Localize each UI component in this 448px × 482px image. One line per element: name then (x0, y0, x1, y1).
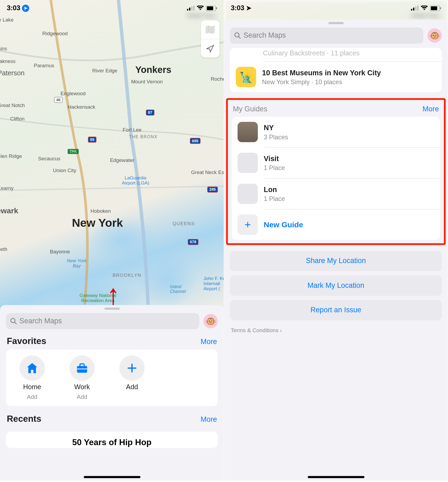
status-time: 3:03 (7, 4, 20, 12)
sheet-grabber[interactable] (104, 308, 120, 310)
terms-link[interactable]: Terms & Conditions › (224, 324, 448, 336)
cellular-icon (187, 5, 194, 10)
favorite-add[interactable]: Add (110, 355, 154, 400)
battery-icon (206, 5, 217, 11)
profile-avatar[interactable]: 🐵 (428, 28, 442, 42)
svg-rect-9 (77, 366, 87, 373)
svg-rect-0 (187, 9, 188, 10)
home-indicator[interactable] (308, 476, 364, 478)
guide-thumbnail-icon: 🗽 (236, 67, 256, 87)
search-icon (234, 32, 241, 39)
svg-point-20 (235, 33, 239, 37)
share-my-location-button[interactable]: Share My Location (230, 251, 442, 271)
favorites-more-link[interactable]: More (201, 338, 217, 346)
guide-thumbnail (237, 153, 258, 173)
favorite-home[interactable]: Home Add (10, 355, 54, 400)
plus-icon: + (237, 215, 258, 235)
my-guide-ny[interactable]: NY 3 Places (232, 117, 440, 147)
svg-rect-14 (413, 8, 414, 10)
svg-rect-5 (207, 6, 213, 10)
map-mode-button[interactable] (201, 20, 219, 39)
guide-thumbnail (237, 122, 258, 142)
my-guides-title: My Guides (233, 105, 267, 113)
search-input[interactable]: Search Maps (6, 313, 199, 329)
status-bar: 3:03 ➤ (0, 0, 224, 14)
plus-icon (119, 355, 145, 381)
my-guides-highlight: My Guides More NY 3 Places Visit 1 Plac (226, 98, 446, 245)
favorites-card: Home Add Work Add Add (6, 349, 218, 406)
svg-point-7 (11, 318, 15, 323)
recents-card[interactable]: 50 Years of Hip Hop (6, 431, 218, 448)
recents-title: Recents (7, 414, 41, 424)
my-guide-lon[interactable]: Lon 1 Place (232, 179, 440, 209)
chevron-right-icon: › (280, 327, 282, 334)
status-time: 3:03 (231, 4, 244, 12)
previous-guide-partial: Culinary Backstreets · 11 places (230, 48, 442, 61)
my-guides-list: NY 3 Places Visit 1 Place Lon (232, 117, 440, 240)
search-icon (10, 318, 17, 324)
bottom-sheet[interactable]: Search Maps 🐵 Favorites More Home Add Wo… (0, 305, 224, 481)
cellular-icon (411, 5, 418, 10)
home-icon (19, 355, 45, 381)
home-indicator[interactable] (84, 476, 140, 478)
svg-rect-2 (191, 6, 193, 11)
svg-rect-13 (411, 9, 412, 10)
search-placeholder: Search Maps (19, 317, 62, 325)
new-guide-button[interactable]: + New Guide (232, 210, 440, 240)
search-input[interactable]: Search Maps (230, 27, 423, 44)
location-services-icon: ➤ (246, 4, 251, 12)
favorite-work[interactable]: Work Add (60, 355, 104, 400)
wifi-icon (197, 5, 204, 10)
svg-rect-15 (415, 6, 417, 11)
svg-line-21 (239, 37, 240, 38)
recents-more-link[interactable]: More (201, 416, 217, 424)
svg-line-8 (15, 322, 16, 324)
guide-thumbnail (237, 184, 258, 204)
favorites-title: Favorites (7, 336, 46, 346)
svg-rect-19 (440, 7, 441, 9)
location-services-icon: ➤ (22, 5, 29, 12)
guides-editorial-card: Culinary Backstreets · 11 places 🗽 10 Be… (230, 48, 442, 92)
wifi-icon (421, 5, 428, 10)
svg-rect-18 (431, 6, 437, 10)
search-placeholder: Search Maps (243, 31, 286, 40)
mark-my-location-button[interactable]: Mark My Location (230, 275, 442, 296)
svg-rect-1 (189, 8, 190, 10)
svg-rect-6 (216, 7, 217, 9)
svg-rect-16 (417, 5, 419, 10)
map-controls (201, 20, 219, 58)
report-issue-button[interactable]: Report an Issue (230, 300, 442, 320)
work-icon (69, 355, 95, 381)
locate-me-button[interactable] (201, 39, 219, 58)
svg-rect-10 (77, 368, 87, 369)
bottom-sheet-expanded[interactable]: Search Maps 🐵 Culinary Backstreets · 11 … (224, 19, 448, 481)
svg-rect-3 (193, 5, 195, 10)
my-guides-more-link[interactable]: More (422, 105, 439, 113)
status-bar: 3:03 ➤ (224, 0, 448, 14)
my-guide-visit[interactable]: Visit 1 Place (232, 148, 440, 178)
editorial-guide-museums[interactable]: 🗽 10 Best Museums in New York City New Y… (230, 62, 442, 92)
profile-avatar[interactable]: 🐵 (204, 314, 218, 328)
battery-icon (430, 5, 441, 11)
sheet-grabber[interactable] (328, 22, 344, 24)
